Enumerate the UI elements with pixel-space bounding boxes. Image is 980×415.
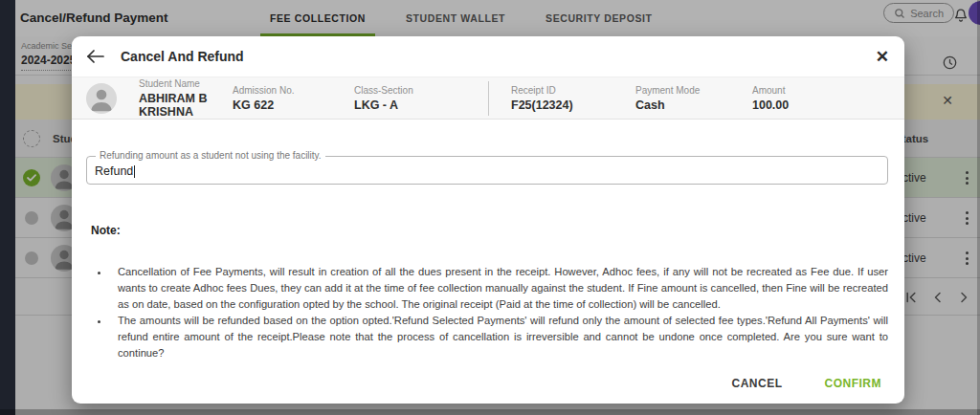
cancel-button[interactable]: CANCEL bbox=[732, 377, 783, 390]
student-name-value: ABHIRAM B KRISHNA bbox=[139, 92, 233, 119]
amount-value: 100.00 bbox=[752, 98, 848, 112]
close-icon[interactable]: ✕ bbox=[876, 49, 889, 65]
amount-label: Amount bbox=[752, 85, 848, 96]
dialog-header: Cancel And Refund ✕ bbox=[72, 36, 904, 76]
dialog-title: Cancel And Refund bbox=[121, 49, 244, 64]
note-bullet: The amounts will be refunded based on th… bbox=[110, 313, 888, 361]
note-heading: Note: bbox=[91, 224, 888, 237]
receipt-summary-bar: Student Name ABHIRAM B KRISHNA Admission… bbox=[72, 76, 904, 120]
confirm-button[interactable]: CONFIRM bbox=[825, 377, 882, 390]
refund-reason-input[interactable]: Refunding amount as a student not using … bbox=[86, 156, 888, 185]
student-avatar bbox=[86, 83, 117, 114]
admission-no-field: Admission No. KG 622 bbox=[233, 85, 354, 112]
receipt-details-group: Receipt ID F25(12324) Payment Mode Cash … bbox=[488, 81, 848, 116]
class-section-field: Class-Section LKG - A bbox=[354, 85, 488, 112]
class-section-value: LKG - A bbox=[354, 98, 488, 112]
receipt-id-value: F25(12324) bbox=[511, 98, 635, 112]
amount-field: Amount 100.00 bbox=[752, 85, 848, 112]
payment-mode-value: Cash bbox=[635, 98, 752, 112]
receipt-id-field: Receipt ID F25(12324) bbox=[511, 85, 635, 112]
note-bullet-list: Cancellation of Fee Payments, will resul… bbox=[97, 264, 888, 361]
app-window: Cancel/Refund Payment FEE COLLECTION STU… bbox=[0, 0, 980, 415]
cancel-and-refund-dialog: Cancel And Refund ✕ Student Name ABHIRAM… bbox=[72, 36, 904, 404]
student-name-field: Student Name ABHIRAM B KRISHNA bbox=[139, 78, 233, 119]
note-bullet: Cancellation of Fee Payments, will resul… bbox=[110, 264, 888, 313]
dialog-body: Refunding amount as a student not using … bbox=[72, 156, 904, 361]
receipt-id-label: Receipt ID bbox=[511, 85, 635, 96]
payment-mode-field: Payment Mode Cash bbox=[635, 85, 752, 112]
refund-reason-label: Refunding amount as a student not using … bbox=[96, 150, 325, 161]
dialog-footer: CANCEL CONFIRM bbox=[72, 363, 904, 404]
admission-no-label: Admission No. bbox=[233, 85, 354, 96]
class-section-label: Class-Section bbox=[354, 85, 488, 96]
payment-mode-label: Payment Mode bbox=[635, 85, 752, 96]
back-arrow-icon[interactable] bbox=[87, 50, 104, 63]
text-caret bbox=[134, 165, 135, 178]
admission-no-value: KG 622 bbox=[233, 98, 354, 112]
student-name-label: Student Name bbox=[139, 78, 233, 89]
